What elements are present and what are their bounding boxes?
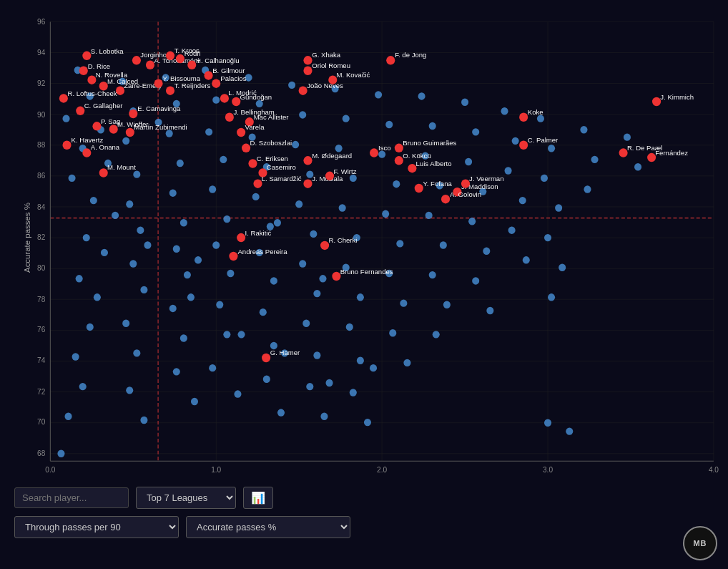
svg-point-182 bbox=[195, 256, 202, 263]
svg-point-106 bbox=[263, 376, 270, 383]
svg-point-70 bbox=[126, 386, 133, 394]
svg-point-181 bbox=[187, 293, 195, 301]
svg-point-247 bbox=[248, 159, 257, 167]
yaxis-select[interactable]: Accurate passes % Pass completion % bbox=[186, 516, 350, 538]
svg-point-95 bbox=[234, 390, 241, 397]
svg-point-63 bbox=[133, 170, 140, 177]
svg-point-113 bbox=[310, 230, 317, 238]
svg-point-79 bbox=[184, 271, 191, 278]
svg-point-283 bbox=[395, 156, 403, 165]
svg-point-235 bbox=[220, 94, 229, 102]
svg-text:Oriol Romeu: Oriol Romeu bbox=[312, 62, 350, 69]
svg-text:D. Rice: D. Rice bbox=[88, 62, 110, 70]
svg-point-117 bbox=[313, 351, 320, 359]
svg-text:C. Gallagher: C. Gallagher bbox=[84, 102, 123, 110]
svg-point-174 bbox=[591, 156, 599, 163]
league-select[interactable]: Top 7 Leagues All Leagues Premier League… bbox=[136, 487, 236, 509]
svg-text:Luis Alberto: Luis Alberto bbox=[416, 160, 452, 167]
svg-point-55 bbox=[87, 324, 94, 331]
svg-point-111 bbox=[306, 170, 313, 177]
svg-point-184 bbox=[274, 219, 281, 226]
svg-point-172 bbox=[566, 427, 573, 434]
svg-text:J. Kimmich: J. Kimmich bbox=[660, 92, 694, 100]
svg-point-97 bbox=[256, 100, 263, 107]
svg-point-124 bbox=[339, 204, 346, 211]
svg-point-72 bbox=[162, 74, 169, 81]
svg-point-195 bbox=[99, 82, 108, 90]
svg-text:S. Lobotka: S. Lobotka bbox=[91, 47, 124, 55]
svg-point-132 bbox=[375, 91, 382, 98]
svg-point-152 bbox=[472, 128, 479, 135]
svg-point-299 bbox=[619, 148, 628, 157]
svg-text:C. Eriksen: C. Eriksen bbox=[257, 155, 288, 162]
svg-text:Gündoğan: Gündoğan bbox=[240, 92, 272, 100]
svg-text:T. Reijnders: T. Reijnders bbox=[174, 82, 211, 89]
svg-point-289 bbox=[453, 188, 461, 196]
svg-point-213 bbox=[82, 148, 91, 157]
svg-point-179 bbox=[144, 241, 151, 248]
svg-text:96: 96 bbox=[37, 17, 46, 25]
svg-text:H. Calhanoğlu: H. Calhanoğlu bbox=[196, 56, 240, 64]
svg-point-92 bbox=[216, 301, 223, 308]
svg-point-85 bbox=[212, 96, 220, 103]
svg-point-223 bbox=[176, 54, 185, 63]
svg-point-73 bbox=[173, 100, 180, 107]
svg-point-171 bbox=[548, 293, 555, 301]
chart-type-button[interactable]: 📊 bbox=[243, 487, 273, 509]
svg-point-50 bbox=[112, 212, 119, 219]
xaxis-select[interactable]: Through passes per 90 Key passes per 90 … bbox=[14, 516, 179, 538]
search-input[interactable] bbox=[14, 487, 129, 508]
svg-point-94 bbox=[209, 364, 216, 371]
svg-point-77 bbox=[180, 219, 187, 226]
svg-point-170 bbox=[559, 264, 566, 271]
svg-point-127 bbox=[357, 293, 364, 301]
svg-point-112 bbox=[295, 200, 302, 208]
svg-point-133 bbox=[385, 121, 393, 128]
svg-point-233 bbox=[166, 86, 174, 94]
svg-point-141 bbox=[403, 359, 410, 366]
svg-point-78 bbox=[173, 245, 180, 253]
svg-text:72: 72 bbox=[37, 387, 46, 395]
svg-point-188 bbox=[370, 364, 377, 371]
svg-point-150 bbox=[433, 331, 440, 338]
svg-point-90 bbox=[212, 241, 220, 248]
svg-point-51 bbox=[83, 234, 90, 241]
svg-point-44 bbox=[87, 92, 94, 99]
svg-point-255 bbox=[229, 252, 237, 261]
svg-point-76 bbox=[169, 189, 177, 196]
svg-point-163 bbox=[508, 226, 516, 233]
svg-text:76: 76 bbox=[37, 326, 46, 334]
svg-point-86 bbox=[205, 128, 212, 135]
svg-text:Rodri: Rodri bbox=[185, 49, 201, 57]
svg-point-185 bbox=[281, 349, 288, 356]
svg-point-102 bbox=[256, 249, 263, 256]
svg-point-105 bbox=[270, 342, 277, 349]
svg-point-263 bbox=[328, 75, 337, 84]
svg-point-151 bbox=[461, 99, 468, 106]
svg-text:L. Modrić: L. Modrić bbox=[228, 89, 256, 97]
svg-text:G. Xhaka: G. Xhaka bbox=[312, 51, 340, 59]
svg-point-64 bbox=[126, 200, 133, 208]
svg-point-237 bbox=[232, 97, 240, 106]
svg-point-142 bbox=[418, 92, 426, 99]
svg-point-207 bbox=[109, 125, 118, 133]
svg-point-58 bbox=[64, 413, 72, 420]
controls-panel: Top 7 Leagues All Leagues Premier League… bbox=[0, 480, 728, 569]
svg-point-129 bbox=[357, 357, 364, 364]
svg-point-134 bbox=[378, 150, 385, 157]
svg-point-115 bbox=[313, 290, 320, 297]
svg-point-259 bbox=[303, 56, 312, 64]
svg-point-293 bbox=[441, 195, 450, 203]
svg-point-68 bbox=[122, 320, 129, 327]
svg-point-87 bbox=[220, 156, 227, 163]
svg-point-229 bbox=[212, 79, 220, 87]
svg-point-48 bbox=[69, 175, 76, 182]
svg-point-54 bbox=[94, 293, 101, 301]
svg-point-269 bbox=[303, 179, 312, 188]
svg-text:78: 78 bbox=[37, 295, 46, 303]
svg-text:M. Mount: M. Mount bbox=[107, 163, 136, 171]
svg-point-130 bbox=[350, 389, 357, 396]
svg-point-123 bbox=[350, 175, 357, 182]
svg-point-197 bbox=[116, 86, 124, 94]
svg-point-164 bbox=[523, 256, 530, 263]
